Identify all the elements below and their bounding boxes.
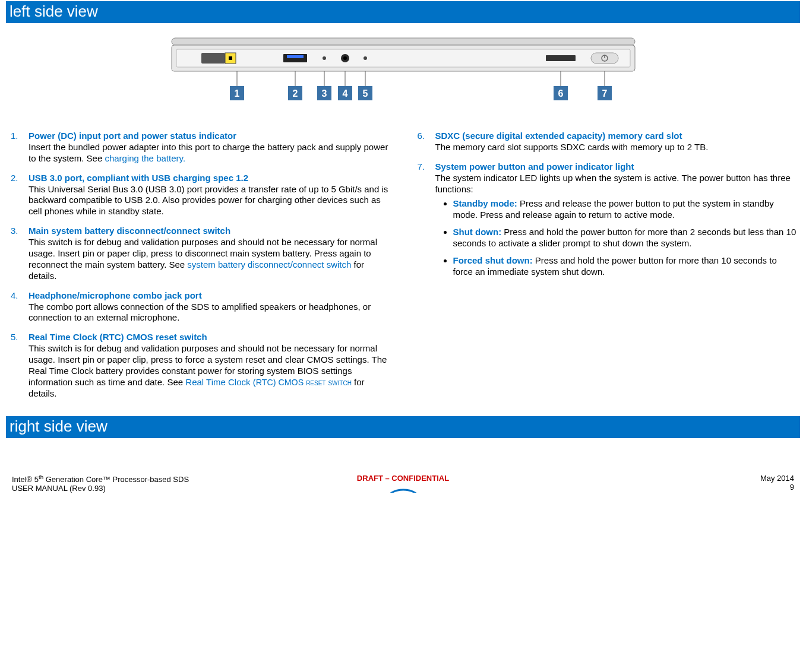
footer-manual-rev: USER MANUAL (Rev 0.93) [12,484,106,493]
footer-page-number: 9 [790,483,794,492]
sub-body: Press and hold the power button for more… [453,227,796,248]
svg-rect-12 [546,55,576,61]
sub-list-item: Standby mode: Press and release the powe… [453,198,798,221]
section-left-side-view-header: left side view [6,1,800,23]
item-number: 7. [418,161,425,173]
item-title: Power (DC) input port and power status i… [29,131,236,141]
sub-list-item: Forced shut down: Press and hold the pow… [453,255,798,278]
item-title: Headphone/microphone combo jack port [29,290,202,300]
callout-6: 6 [558,88,563,99]
svg-rect-0 [172,38,635,45]
svg-point-10 [343,56,347,60]
item-number: 1. [11,131,18,142]
sub-list-item: Shut down: Press and hold the power butt… [453,227,798,249]
item-body: The memory card slot supports SDXC cards… [435,142,709,152]
item-number: 3. [11,226,18,237]
footer-product-sup: th [39,474,43,480]
svg-rect-5 [229,56,232,60]
item-number: 5. [11,332,18,343]
item-body: The combo port allows connection of the … [29,302,371,323]
footer-right: May 2014 9 [760,474,794,492]
callout-4: 4 [342,88,347,99]
item-title: Main system battery disconnect/connect s… [29,226,230,236]
item-body: This Universal Serial Bus 3.0 (USB 3.0) … [29,184,388,217]
footer-left: Intel® 5th Generation Core™ Processor-ba… [12,474,189,493]
page-root: left side view [0,1,806,493]
item-title: SDXC (secure digital extended capacity) … [435,131,682,141]
svg-rect-7 [287,55,304,58]
item-title: Real Time Clock (RTC) CMOS reset switch [29,332,207,342]
list-item: 1. Power (DC) input port and power statu… [8,131,391,164]
item-title: System power button and power indicator … [435,161,634,172]
footer-date: May 2014 [760,474,794,483]
section-right-side-view-header: right side view [6,416,800,438]
svg-point-30 [387,490,420,493]
callout-5: 5 [362,88,368,99]
footer-product-pre: Intel® 5 [12,475,39,484]
item-number: 6. [418,131,425,142]
item-body: The system indicator LED lights up when … [435,173,791,194]
link-rtc-pre[interactable]: Real Time Clock ( [185,377,255,387]
sub-title-forced-shutdown: Forced shut down: [453,255,533,265]
page-footer: Intel® 5th Generation Core™ Processor-ba… [6,450,800,493]
callout-7: 7 [602,88,607,99]
list-item: 2. USB 3.0 port, compliant with USB char… [8,173,391,218]
callout-2: 2 [292,88,298,99]
item-body: Insert the bundled power adapter into th… [29,142,388,163]
svg-rect-3 [201,53,225,64]
list-item: 5. Real Time Clock (RTC) CMOS reset swit… [8,332,391,399]
intel-logo-icon: intel [385,488,421,493]
sub-title-standby: Standby mode: [453,198,517,208]
list-item: 3. Main system battery disconnect/connec… [8,226,391,281]
device-left-side-svg: 1 2 3 4 5 6 [166,35,641,112]
footer-product-post: Generation Core™ Processor-based SDS [43,475,189,484]
svg-point-11 [364,56,367,60]
device-left-side-figure: 1 2 3 4 5 6 [6,35,800,114]
item-number: 4. [11,290,18,302]
list-item: 7. System power button and power indicat… [415,161,798,278]
item-title: USB 3.0 port, compliant with USB chargin… [29,173,248,183]
link-battery-switch[interactable]: system battery disconnect/connect switch [187,259,351,270]
callout-3: 3 [321,88,327,99]
sub-title-shutdown: Shut down: [453,227,502,237]
item-number: 2. [11,173,18,184]
svg-point-8 [323,56,326,60]
link-charging-battery[interactable]: charging the battery. [105,153,185,163]
callout-1: 1 [234,88,239,99]
content-columns: 1. Power (DC) input port and power statu… [6,131,800,408]
footer-draft-confidential: DRAFT – CONFIDENTIAL [357,474,449,483]
list-item: 4. Headphone/microphone combo jack port … [8,290,391,324]
link-rtc-switch[interactable]: RTC) CMOS reset switch [256,378,352,387]
right-column: 6. SDXC (secure digital extended capacit… [415,131,798,408]
left-column: 1. Power (DC) input port and power statu… [8,131,391,408]
list-item: 6. SDXC (secure digital extended capacit… [415,131,798,153]
sub-list: Standby mode: Press and release the powe… [435,198,798,277]
